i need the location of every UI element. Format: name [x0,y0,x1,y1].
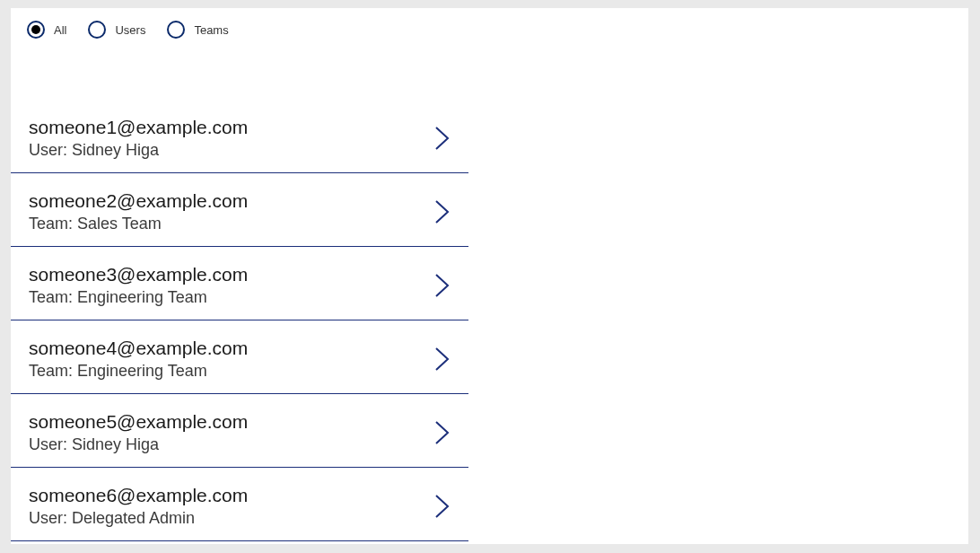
filter-radio-teams[interactable]: Teams [167,21,228,39]
filter-label: All [54,23,66,37]
list-item-subtitle: User: Sidney Higa [29,435,433,454]
list-item[interactable]: someone4@example.com Team: Engineering T… [11,320,468,394]
list-item-subtitle: Team: Engineering Team [29,362,433,381]
app-frame: All Users Teams someone1@example.com Use… [11,8,968,544]
chevron-right-icon [433,125,452,152]
list-item[interactable]: someone5@example.com User: Sidney Higa [11,394,468,468]
list-item[interactable]: someone6@example.com User: Delegated Adm… [11,468,468,541]
chevron-right-icon [433,272,452,299]
list-item-subtitle: User: Sidney Higa [29,141,433,160]
list-item-email: someone5@example.com [29,410,433,434]
filter-radio-users[interactable]: Users [88,21,145,39]
list-item-email: someone1@example.com [29,116,433,139]
list-item-text: someone6@example.com User: Delegated Adm… [29,484,433,528]
list-item-subtitle: Team: Sales Team [29,215,433,233]
list-item[interactable]: someone3@example.com Team: Engineering T… [11,247,468,320]
list-item-subtitle: User: Delegated Admin [29,509,433,528]
filter-label: Users [115,23,145,37]
list-item-email: someone2@example.com [29,189,433,213]
list-item-subtitle: Team: Engineering Team [29,288,433,307]
radio-icon [27,21,45,39]
list-item[interactable]: someone2@example.com Team: Sales Team [11,173,468,247]
list-item-text: someone4@example.com Team: Engineering T… [29,337,433,381]
filter-row: All Users Teams [27,21,229,39]
radio-icon [167,21,185,39]
chevron-right-icon [433,419,452,446]
results-list[interactable]: someone1@example.com User: Sidney Higa s… [11,100,468,543]
radio-icon [88,21,106,39]
list-item-text: someone2@example.com Team: Sales Team [29,189,433,233]
list-item-text: someone3@example.com Team: Engineering T… [29,263,433,307]
list-item[interactable]: someone7@example.com User: Sidney Higa [11,541,468,543]
chevron-right-icon [433,198,452,225]
chevron-right-icon [433,493,452,520]
chevron-right-icon [433,346,452,373]
list-item-email: someone6@example.com [29,484,433,507]
filter-radio-all[interactable]: All [27,21,66,39]
list-item[interactable]: someone1@example.com User: Sidney Higa [11,100,468,173]
list-item-text: someone5@example.com User: Sidney Higa [29,410,433,454]
list-item-email: someone3@example.com [29,263,433,286]
filter-label: Teams [194,23,228,37]
list-item-text: someone1@example.com User: Sidney Higa [29,116,433,160]
list-item-email: someone4@example.com [29,337,433,360]
